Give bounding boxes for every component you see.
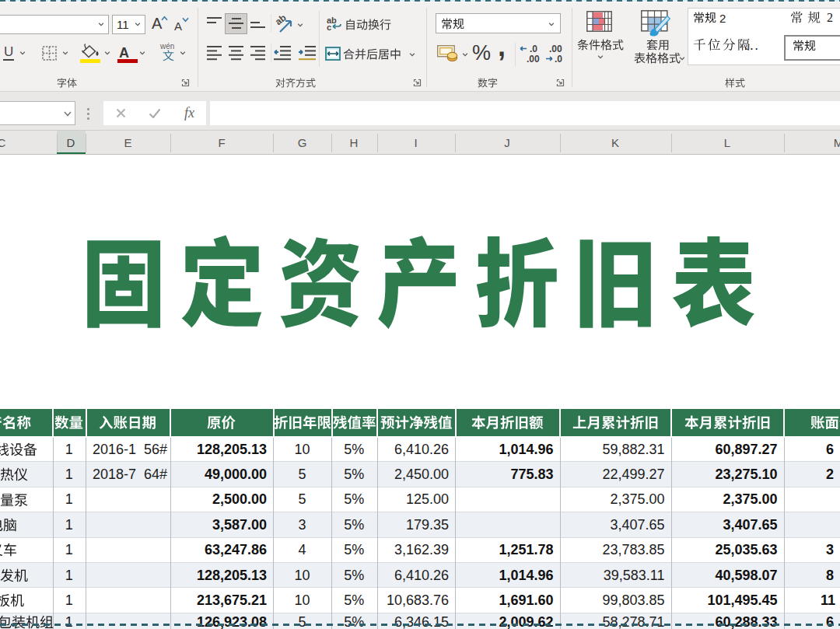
- svg-text:.0: .0: [555, 54, 562, 64]
- svg-text:.00: .00: [527, 54, 540, 64]
- svg-text:c: c: [327, 23, 331, 31]
